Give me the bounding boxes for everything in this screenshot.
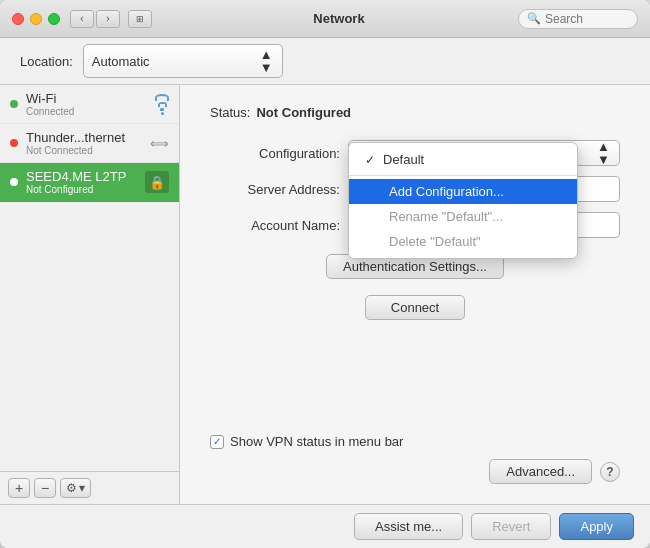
configuration-label: Configuration:	[210, 146, 340, 161]
dropdown-menu: ✓ Default Add Configuration... Rename "D…	[348, 142, 578, 259]
grid-icon: ⊞	[136, 14, 144, 24]
search-icon: 🔍	[527, 12, 541, 25]
network-status-ethernet: Not Connected	[26, 145, 142, 156]
configuration-stepper[interactable]: ▲ ▼	[597, 140, 611, 166]
apply-button[interactable]: Apply	[559, 513, 634, 540]
search-box[interactable]: 🔍	[518, 9, 638, 29]
gear-icon: ⚙	[66, 481, 77, 495]
server-address-label: Server Address:	[210, 182, 340, 197]
network-name-wifi: Wi-Fi	[26, 91, 147, 106]
close-button[interactable]	[12, 13, 24, 25]
status-dot-wifi	[10, 100, 18, 108]
grid-button[interactable]: ⊞	[128, 10, 152, 28]
back-icon: ‹	[80, 13, 83, 24]
configuration-control: Default ▲ ▼ ✓ Default	[348, 140, 620, 166]
footer: Assist me... Revert Apply	[0, 504, 650, 548]
dropdown-item-delete: Delete "Default"	[349, 229, 577, 254]
remove-network-button[interactable]: −	[34, 478, 56, 498]
main-window: ‹ › ⊞ Network 🔍 Location: Automatic ▲ ▼	[0, 0, 650, 548]
show-vpn-label: Show VPN status in menu bar	[230, 434, 403, 449]
account-name-label: Account Name:	[210, 218, 340, 233]
network-name-vpn: SEED4.ME L2TP	[26, 169, 137, 184]
stepper-down-icon: ▼	[260, 61, 274, 74]
add-network-button[interactable]: +	[8, 478, 30, 498]
settings-button[interactable]: ⚙ ▾	[60, 478, 91, 498]
location-select[interactable]: Automatic ▲ ▼	[83, 44, 283, 78]
connect-button[interactable]: Connect	[365, 295, 465, 320]
dropdown-item-label: Default	[383, 152, 424, 167]
titlebar: ‹ › ⊞ Network 🔍	[0, 0, 650, 38]
dropdown-item-add[interactable]: Add Configuration...	[349, 179, 577, 204]
wifi-icon	[155, 94, 169, 115]
location-stepper[interactable]: ▲ ▼	[260, 48, 274, 74]
settings-arrow-icon: ▾	[79, 481, 85, 495]
dropdown-item-default[interactable]: ✓ Default	[349, 147, 577, 172]
forward-icon: ›	[106, 13, 109, 24]
network-info-wifi: Wi-Fi Connected	[26, 91, 147, 117]
configuration-row: Configuration: Default ▲ ▼ ✓	[210, 140, 620, 166]
dropdown-item-delete-label: Delete "Default"	[389, 234, 481, 249]
back-button[interactable]: ‹	[70, 10, 94, 28]
status-dot-vpn	[10, 178, 18, 186]
show-vpn-row: ✓ Show VPN status in menu bar	[210, 434, 620, 449]
network-item-vpn[interactable]: SEED4.ME L2TP Not Configured 🔒	[0, 163, 179, 202]
nav-buttons: ‹ ›	[70, 10, 120, 28]
window-title: Network	[160, 11, 518, 26]
network-list: Wi-Fi Connected	[0, 85, 179, 471]
location-label: Location:	[20, 54, 73, 69]
network-name-ethernet: Thunder...thernet	[26, 130, 142, 145]
content-panel: Status: Not Configured Configuration: De…	[180, 85, 650, 504]
network-info-ethernet: Thunder...thernet Not Connected	[26, 130, 142, 156]
add-icon: +	[15, 480, 23, 496]
dropdown-separator	[349, 175, 577, 176]
traffic-lights	[12, 13, 60, 25]
check-mark-icon: ✓	[365, 153, 375, 167]
ethernet-icon: ⟺	[150, 136, 169, 151]
dropdown-item-rename-label: Rename "Default"...	[389, 209, 503, 224]
help-button[interactable]: ?	[600, 462, 620, 482]
content-bottom: ✓ Show VPN status in menu bar Advanced..…	[210, 434, 620, 484]
revert-button[interactable]: Revert	[471, 513, 551, 540]
search-input[interactable]	[545, 12, 625, 26]
minimize-button[interactable]	[30, 13, 42, 25]
advanced-button[interactable]: Advanced...	[489, 459, 592, 484]
status-label: Status:	[210, 105, 250, 120]
network-item-ethernet[interactable]: Thunder...thernet Not Connected ⟺	[0, 124, 179, 163]
form-area: Configuration: Default ▲ ▼ ✓	[210, 140, 620, 320]
assist-button[interactable]: Assist me...	[354, 513, 463, 540]
show-vpn-checkbox[interactable]: ✓	[210, 435, 224, 449]
connect-row: Connect	[210, 295, 620, 320]
sidebar: Wi-Fi Connected	[0, 85, 180, 504]
location-bar: Location: Automatic ▲ ▼	[0, 38, 650, 85]
network-info-vpn: SEED4.ME L2TP Not Configured	[26, 169, 137, 195]
lock-icon: 🔒	[145, 171, 169, 193]
sidebar-toolbar: + − ⚙ ▾	[0, 471, 179, 504]
advanced-row: Advanced... ?	[210, 459, 620, 484]
location-value: Automatic	[92, 54, 256, 69]
main-content: Wi-Fi Connected	[0, 85, 650, 504]
forward-button[interactable]: ›	[96, 10, 120, 28]
checkbox-check-icon: ✓	[213, 436, 221, 447]
status-value: Not Configured	[256, 105, 351, 120]
remove-icon: −	[41, 480, 49, 496]
network-status-vpn: Not Configured	[26, 184, 137, 195]
status-row: Status: Not Configured	[210, 105, 620, 120]
status-dot-ethernet	[10, 139, 18, 147]
network-item-wifi[interactable]: Wi-Fi Connected	[0, 85, 179, 124]
dropdown-item-rename: Rename "Default"...	[349, 204, 577, 229]
dropdown-item-add-label: Add Configuration...	[389, 184, 504, 199]
maximize-button[interactable]	[48, 13, 60, 25]
network-status-wifi: Connected	[26, 106, 147, 117]
